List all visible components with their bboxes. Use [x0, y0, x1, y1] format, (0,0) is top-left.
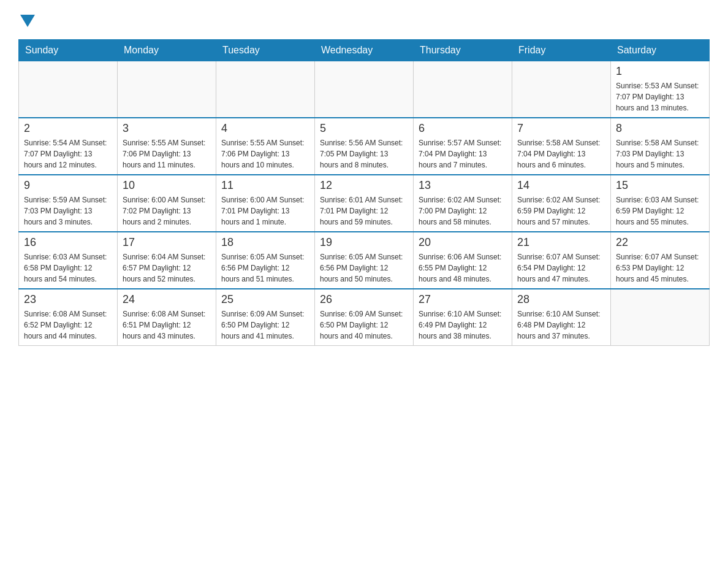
day-number: 2 — [24, 122, 112, 135]
calendar-cell: 24Sunrise: 6:08 AM Sunset: 6:51 PM Dayli… — [118, 289, 216, 346]
calendar-cell: 14Sunrise: 6:02 AM Sunset: 6:59 PM Dayli… — [512, 175, 611, 232]
calendar-cell: 5Sunrise: 5:56 AM Sunset: 7:05 PM Daylig… — [315, 118, 414, 175]
calendar-week-row: 16Sunrise: 6:03 AM Sunset: 6:58 PM Dayli… — [19, 232, 710, 289]
calendar-cell: 9Sunrise: 5:59 AM Sunset: 7:03 PM Daylig… — [19, 175, 118, 232]
calendar-cell: 20Sunrise: 6:06 AM Sunset: 6:55 PM Dayli… — [414, 232, 512, 289]
calendar-cell: 17Sunrise: 6:04 AM Sunset: 6:57 PM Dayli… — [118, 232, 216, 289]
day-number: 11 — [221, 179, 309, 192]
day-info: Sunrise: 6:01 AM Sunset: 7:01 PM Dayligh… — [320, 194, 408, 228]
day-number: 4 — [221, 122, 309, 135]
day-info: Sunrise: 5:54 AM Sunset: 7:07 PM Dayligh… — [24, 137, 112, 170]
day-info: Sunrise: 6:05 AM Sunset: 6:56 PM Dayligh… — [221, 251, 309, 285]
calendar-cell: 8Sunrise: 5:58 AM Sunset: 7:03 PM Daylig… — [611, 118, 710, 175]
day-number: 22 — [616, 236, 704, 249]
calendar-cell: 16Sunrise: 6:03 AM Sunset: 6:58 PM Dayli… — [19, 232, 118, 289]
day-info: Sunrise: 6:08 AM Sunset: 6:52 PM Dayligh… — [24, 308, 112, 342]
weekday-header-sunday: Sunday — [19, 40, 118, 61]
day-info: Sunrise: 6:00 AM Sunset: 7:02 PM Dayligh… — [123, 194, 211, 228]
calendar-week-row: 1Sunrise: 5:53 AM Sunset: 7:07 PM Daylig… — [19, 61, 710, 118]
day-number: 9 — [24, 179, 112, 192]
logo — [18, 12, 35, 27]
day-number: 25 — [221, 293, 309, 306]
calendar-cell — [19, 61, 118, 118]
day-info: Sunrise: 6:05 AM Sunset: 6:56 PM Dayligh… — [320, 251, 408, 285]
calendar-cell: 26Sunrise: 6:09 AM Sunset: 6:50 PM Dayli… — [315, 289, 414, 346]
day-info: Sunrise: 5:58 AM Sunset: 7:03 PM Dayligh… — [616, 137, 704, 170]
day-number: 26 — [320, 293, 408, 306]
day-info: Sunrise: 6:07 AM Sunset: 6:54 PM Dayligh… — [517, 251, 605, 285]
calendar-cell: 15Sunrise: 6:03 AM Sunset: 6:59 PM Dayli… — [611, 175, 710, 232]
calendar-cell: 11Sunrise: 6:00 AM Sunset: 7:01 PM Dayli… — [216, 175, 315, 232]
day-number: 13 — [419, 179, 507, 192]
day-number: 10 — [123, 179, 211, 192]
calendar-cell — [315, 61, 414, 118]
day-number: 20 — [419, 236, 507, 249]
day-info: Sunrise: 5:55 AM Sunset: 7:06 PM Dayligh… — [221, 137, 309, 170]
weekday-header-monday: Monday — [118, 40, 216, 61]
calendar-cell: 18Sunrise: 6:05 AM Sunset: 6:56 PM Dayli… — [216, 232, 315, 289]
calendar-cell: 19Sunrise: 6:05 AM Sunset: 6:56 PM Dayli… — [315, 232, 414, 289]
calendar-cell: 10Sunrise: 6:00 AM Sunset: 7:02 PM Dayli… — [118, 175, 216, 232]
calendar-cell: 22Sunrise: 6:07 AM Sunset: 6:53 PM Dayli… — [611, 232, 710, 289]
day-number: 12 — [320, 179, 408, 192]
page-header — [18, 12, 710, 27]
weekday-header-tuesday: Tuesday — [216, 40, 315, 61]
calendar-week-row: 9Sunrise: 5:59 AM Sunset: 7:03 PM Daylig… — [19, 175, 710, 232]
calendar-cell: 1Sunrise: 5:53 AM Sunset: 7:07 PM Daylig… — [611, 61, 710, 118]
weekday-header-saturday: Saturday — [611, 40, 710, 61]
day-info: Sunrise: 6:02 AM Sunset: 6:59 PM Dayligh… — [517, 194, 605, 228]
day-info: Sunrise: 5:53 AM Sunset: 7:07 PM Dayligh… — [616, 80, 704, 113]
calendar-cell: 28Sunrise: 6:10 AM Sunset: 6:48 PM Dayli… — [512, 289, 611, 346]
calendar-cell: 25Sunrise: 6:09 AM Sunset: 6:50 PM Dayli… — [216, 289, 315, 346]
day-info: Sunrise: 5:57 AM Sunset: 7:04 PM Dayligh… — [419, 137, 507, 170]
day-info: Sunrise: 6:06 AM Sunset: 6:55 PM Dayligh… — [419, 251, 507, 285]
day-info: Sunrise: 6:03 AM Sunset: 6:58 PM Dayligh… — [24, 251, 112, 285]
calendar-cell: 4Sunrise: 5:55 AM Sunset: 7:06 PM Daylig… — [216, 118, 315, 175]
calendar-cell: 23Sunrise: 6:08 AM Sunset: 6:52 PM Dayli… — [19, 289, 118, 346]
day-info: Sunrise: 6:08 AM Sunset: 6:51 PM Dayligh… — [123, 308, 211, 342]
day-info: Sunrise: 6:04 AM Sunset: 6:57 PM Dayligh… — [123, 251, 211, 285]
day-info: Sunrise: 6:09 AM Sunset: 6:50 PM Dayligh… — [221, 308, 309, 342]
day-info: Sunrise: 5:55 AM Sunset: 7:06 PM Dayligh… — [123, 137, 211, 170]
day-number: 21 — [517, 236, 605, 249]
day-info: Sunrise: 6:00 AM Sunset: 7:01 PM Dayligh… — [221, 194, 309, 228]
calendar-cell — [118, 61, 216, 118]
calendar-cell: 27Sunrise: 6:10 AM Sunset: 6:49 PM Dayli… — [414, 289, 512, 346]
day-number: 6 — [419, 122, 507, 135]
day-info: Sunrise: 6:03 AM Sunset: 6:59 PM Dayligh… — [616, 194, 704, 228]
calendar-table: SundayMondayTuesdayWednesdayThursdayFrid… — [18, 39, 710, 346]
day-number: 24 — [123, 293, 211, 306]
day-info: Sunrise: 6:10 AM Sunset: 6:49 PM Dayligh… — [419, 308, 507, 342]
calendar-cell — [216, 61, 315, 118]
day-info: Sunrise: 5:58 AM Sunset: 7:04 PM Dayligh… — [517, 137, 605, 170]
day-number: 1 — [616, 65, 704, 78]
day-number: 14 — [517, 179, 605, 192]
day-number: 18 — [221, 236, 309, 249]
day-info: Sunrise: 6:02 AM Sunset: 7:00 PM Dayligh… — [419, 194, 507, 228]
calendar-cell — [414, 61, 512, 118]
calendar-cell — [512, 61, 611, 118]
calendar-header-row: SundayMondayTuesdayWednesdayThursdayFrid… — [19, 40, 710, 61]
day-number: 8 — [616, 122, 704, 135]
weekday-header-wednesday: Wednesday — [315, 40, 414, 61]
calendar-cell: 6Sunrise: 5:57 AM Sunset: 7:04 PM Daylig… — [414, 118, 512, 175]
day-info: Sunrise: 6:07 AM Sunset: 6:53 PM Dayligh… — [616, 251, 704, 285]
calendar-cell: 12Sunrise: 6:01 AM Sunset: 7:01 PM Dayli… — [315, 175, 414, 232]
day-number: 5 — [320, 122, 408, 135]
day-number: 23 — [24, 293, 112, 306]
calendar-cell: 3Sunrise: 5:55 AM Sunset: 7:06 PM Daylig… — [118, 118, 216, 175]
day-info: Sunrise: 6:10 AM Sunset: 6:48 PM Dayligh… — [517, 308, 605, 342]
calendar-week-row: 23Sunrise: 6:08 AM Sunset: 6:52 PM Dayli… — [19, 289, 710, 346]
day-number: 15 — [616, 179, 704, 192]
day-number: 17 — [123, 236, 211, 249]
calendar-cell — [611, 289, 710, 346]
calendar-cell: 2Sunrise: 5:54 AM Sunset: 7:07 PM Daylig… — [19, 118, 118, 175]
day-number: 19 — [320, 236, 408, 249]
day-number: 7 — [517, 122, 605, 135]
logo-triangle-icon — [20, 15, 35, 27]
calendar-week-row: 2Sunrise: 5:54 AM Sunset: 7:07 PM Daylig… — [19, 118, 710, 175]
day-number: 3 — [123, 122, 211, 135]
day-info: Sunrise: 5:56 AM Sunset: 7:05 PM Dayligh… — [320, 137, 408, 170]
day-number: 27 — [419, 293, 507, 306]
weekday-header-thursday: Thursday — [414, 40, 512, 61]
